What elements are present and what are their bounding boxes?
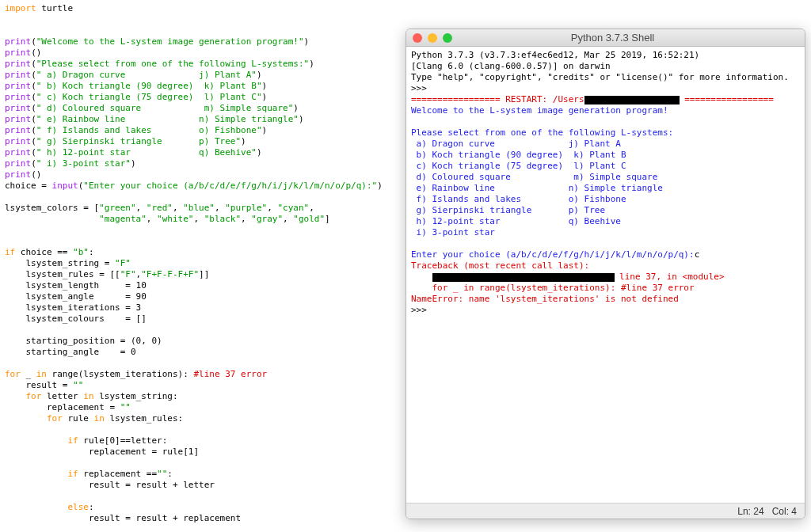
shell-output[interactable]: Python 3.7.3 (v3.7.3:ef4ec6ed12, Mar 25 … [406, 47, 805, 319]
minimize-icon[interactable] [428, 33, 437, 43]
code-editor[interactable]: import turtle print("Welcome to the L-sy… [0, 0, 404, 532]
error-message: NameError: name 'lsystem_iterations' is … [411, 294, 679, 304]
close-icon[interactable] [413, 33, 422, 43]
python-shell-window: Python 3.7.3 Shell Python 3.7.3 (v3.7.3:… [406, 28, 805, 519]
line-number: Ln: 24 [737, 506, 763, 517]
col-number: Col: 4 [772, 506, 797, 517]
traceback-header: Traceback (most recent call last): [411, 260, 589, 271]
keyword-import: import [5, 3, 36, 13]
redacted-path [584, 96, 680, 104]
titlebar[interactable]: Python 3.7.3 Shell [406, 29, 805, 47]
zoom-icon[interactable] [443, 33, 452, 43]
prompt: >>> [411, 305, 427, 315]
window-title: Python 3.7.3 Shell [462, 32, 798, 44]
status-bar: Ln: 24 Col: 4 [406, 503, 805, 519]
user-input: c [695, 249, 700, 260]
comment-error: #line 37 error [193, 369, 267, 379]
redacted-file [432, 273, 615, 282]
